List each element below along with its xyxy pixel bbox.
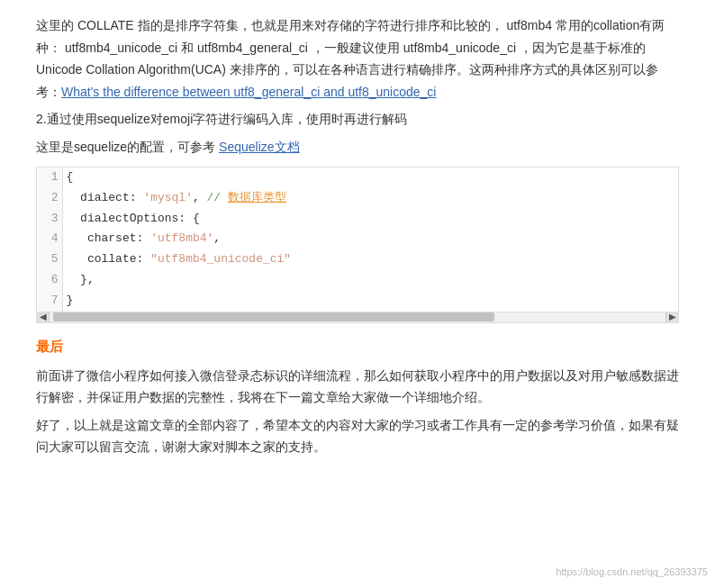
code-line-1: 1 {	[37, 167, 678, 188]
code-line-3: 3 dialectOptions: {	[37, 209, 678, 230]
scroll-left-arrow[interactable]: ◀	[37, 312, 50, 322]
intro-text-1: 这里的 COLLATE 指的是排序字符集，也就是用来对存储的字符进行排序和比较的…	[36, 18, 665, 99]
section-title-last: 最后	[36, 336, 679, 357]
charset-value: 'utf8mb4'	[150, 231, 213, 245]
db-type-link[interactable]: 数据库类型	[228, 191, 286, 204]
code-content-1: {	[62, 167, 678, 188]
code-comment-1: // 数据库类型	[207, 191, 286, 204]
sequelize-doc-link[interactable]: Sequelize文档	[219, 140, 300, 154]
closing-text-2: 好了，以上就是这篇文章的全部内容了，希望本文的内容对大家的学习或者工作具有一定的…	[36, 418, 679, 455]
intro-paragraph-3: 这里是sequelize的配置，可参考 Sequelize文档	[36, 136, 679, 158]
scrollbar-thumb[interactable]	[53, 312, 494, 321]
code-table: 1 { 2 dialect: 'mysql', // 数据库类型 3 diale…	[37, 167, 678, 312]
utf8-difference-link[interactable]: What's the difference between utf8_gener…	[61, 85, 436, 99]
intro-paragraph-1: 这里的 COLLATE 指的是排序字符集，也就是用来对存储的字符进行排序和比较的…	[36, 14, 679, 103]
line-num-2: 2	[37, 188, 62, 209]
dialect-value: 'mysql'	[143, 191, 193, 204]
code-content-4: charset: 'utf8mb4',	[62, 229, 678, 249]
line-num-6: 6	[37, 270, 62, 291]
watermark: https://blog.csdn.net/qq_26393375	[556, 565, 708, 581]
code-line-5: 5 collate: "utf8mb4_unicode_ci"	[37, 249, 678, 270]
code-content-2: dialect: 'mysql', // 数据库类型	[62, 188, 678, 209]
page-container: 这里的 COLLATE 指的是排序字符集，也就是用来对存储的字符进行排序和比较的…	[0, 0, 715, 588]
line-num-3: 3	[37, 209, 62, 230]
code-content-7: }	[62, 291, 678, 312]
line-num-7: 7	[37, 291, 62, 312]
closing-text-1: 前面讲了微信小程序如何接入微信登录态标识的详细流程，那么如何获取小程序中的用户数…	[36, 368, 679, 405]
scrollbar-track-inner	[50, 312, 665, 322]
sequelize-intro-text: 2.通过使用sequelize对emoji字符进行编码入库，使用时再进行解码	[36, 112, 407, 126]
code-content-6: },	[62, 270, 678, 291]
line-num-1: 1	[37, 167, 62, 188]
code-block: 1 { 2 dialect: 'mysql', // 数据库类型 3 diale…	[36, 167, 679, 323]
code-content-3: dialectOptions: {	[62, 209, 678, 230]
collate-value: "utf8mb4_unicode_ci"	[150, 252, 291, 266]
code-line-2: 2 dialect: 'mysql', // 数据库类型	[37, 188, 678, 209]
code-scroll-area[interactable]: 1 { 2 dialect: 'mysql', // 数据库类型 3 diale…	[37, 167, 678, 312]
closing-paragraph-2: 好了，以上就是这篇文章的全部内容了，希望本文的内容对大家的学习或者工作具有一定的…	[36, 414, 679, 458]
code-content-5: collate: "utf8mb4_unicode_ci"	[62, 249, 678, 270]
code-line-4: 4 charset: 'utf8mb4',	[37, 229, 678, 249]
closing-paragraph-1: 前面讲了微信小程序如何接入微信登录态标识的详细流程，那么如何获取小程序中的用户数…	[36, 365, 679, 409]
sequelize-config-text: 这里是sequelize的配置，可参考	[36, 140, 215, 154]
scroll-right-arrow[interactable]: ▶	[665, 312, 678, 322]
code-line-7: 7 }	[37, 291, 678, 312]
line-num-4: 4	[37, 229, 62, 249]
horizontal-scrollbar[interactable]: ◀ ▶	[37, 312, 678, 322]
intro-paragraph-2: 2.通过使用sequelize对emoji字符进行编码入库，使用时再进行解码	[36, 108, 679, 131]
code-line-6: 6 },	[37, 270, 678, 291]
line-num-5: 5	[37, 249, 62, 270]
